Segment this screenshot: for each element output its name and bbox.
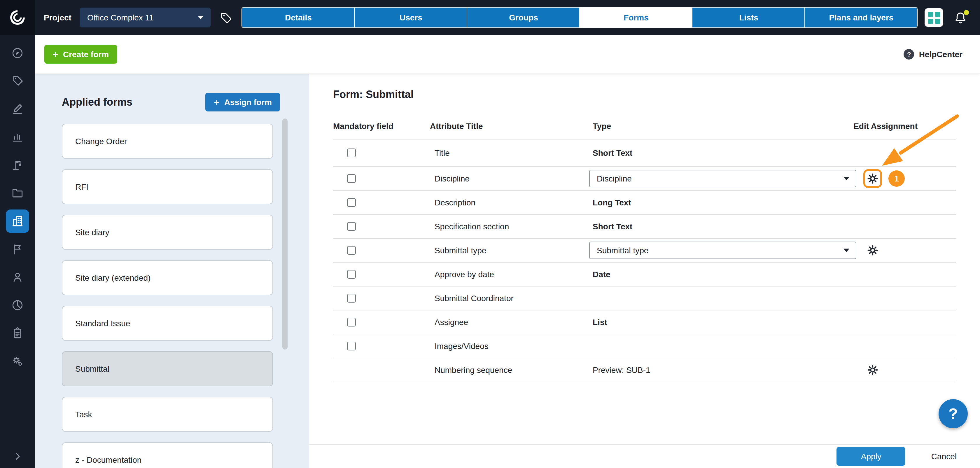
form-card-submittal[interactable]: Submittal <box>62 351 273 386</box>
type-value: Short Text <box>593 148 632 158</box>
header-attribute-title: Attribute Title <box>430 121 483 131</box>
form-title: Form: Submittal <box>333 89 414 101</box>
icon-sidebar <box>0 35 35 468</box>
tab-forms[interactable]: Forms <box>579 8 692 27</box>
tab-plans-and-layers[interactable]: Plans and layers <box>805 8 917 27</box>
sidebar-item-compass[interactable] <box>6 41 29 65</box>
sidebar-item-stats[interactable] <box>6 126 29 149</box>
type-value: Long Text <box>593 198 631 207</box>
form-card-label: Standard Issue <box>75 318 130 328</box>
form-card-rfi[interactable]: RFI <box>62 169 273 204</box>
sidebar-item-tags[interactable] <box>6 70 29 93</box>
help-center-link[interactable]: ? HelpCenter <box>904 49 963 59</box>
form-card-task[interactable]: Task <box>62 397 273 432</box>
assign-form-label: Assign form <box>224 97 272 107</box>
table-row: Approve by dateDate <box>333 263 956 287</box>
mandatory-checkbox[interactable] <box>347 270 356 279</box>
mandatory-checkbox[interactable] <box>347 342 356 350</box>
form-card-site-diary[interactable]: Site diary <box>62 215 273 250</box>
create-form-button[interactable]: + Create form <box>45 45 117 64</box>
scrollbar-thumb[interactable] <box>282 118 288 350</box>
tab-lists[interactable]: Lists <box>692 8 805 27</box>
sidebar-item-crane[interactable] <box>6 153 29 177</box>
mandatory-checkbox[interactable] <box>347 294 356 302</box>
sidebar-item-pie-chart[interactable] <box>6 293 29 317</box>
tab-users[interactable]: Users <box>355 8 467 27</box>
plus-icon: + <box>214 97 220 107</box>
tab-details[interactable]: Details <box>242 8 355 27</box>
tags-icon <box>11 75 24 88</box>
attribute-title: Images/Videos <box>434 341 488 351</box>
help-fab-button[interactable]: ? <box>939 399 968 428</box>
question-mark-icon: ? <box>904 49 915 59</box>
apps-grid-icon <box>928 11 940 24</box>
chevron-right-icon <box>12 451 23 462</box>
assign-form-button[interactable]: + Assign form <box>205 93 280 111</box>
page-toolbar: + Create form ? HelpCenter <box>35 35 980 73</box>
sidebar-item-user[interactable] <box>6 266 29 289</box>
tag-icon[interactable] <box>220 11 232 24</box>
compass-icon <box>11 47 24 59</box>
cancel-button[interactable]: Cancel <box>931 452 957 461</box>
attribute-title: Specification section <box>434 222 509 231</box>
form-card-label: z - Documentation <box>75 455 142 465</box>
table-row: Submittal typeSubmittal type <box>333 239 956 263</box>
mandatory-checkbox[interactable] <box>347 222 356 231</box>
table-row: TitleShort Text <box>333 140 956 167</box>
panel-title: Applied forms <box>62 96 132 108</box>
type-value: List <box>593 317 607 327</box>
stats-icon <box>11 131 24 143</box>
notifications-button[interactable] <box>954 11 967 24</box>
apps-icon[interactable] <box>924 8 943 27</box>
form-detail-pane: Form: Submittal Mandatory field Attribut… <box>309 73 980 468</box>
sidebar-item-flag[interactable] <box>6 237 29 261</box>
mandatory-checkbox[interactable] <box>347 198 356 207</box>
crane-icon <box>11 159 24 172</box>
sidebar-item-clipboard[interactable] <box>6 322 29 345</box>
user-icon <box>11 271 24 283</box>
form-card-standard-issue[interactable]: Standard Issue <box>62 306 273 341</box>
mandatory-checkbox[interactable] <box>347 174 356 183</box>
table-row: Specification sectionShort Text <box>333 215 956 239</box>
sidebar-expand-button[interactable] <box>0 451 35 462</box>
flag-icon <box>11 243 24 256</box>
form-card-site-diary-extended-[interactable]: Site diary (extended) <box>62 260 273 295</box>
table-row: DescriptionLong Text <box>333 191 956 215</box>
project-nav-tabs: DetailsUsersGroupsFormsListsPlans and la… <box>242 7 918 28</box>
attributes-table: Mandatory field Attribute Title Type Edi… <box>333 117 956 382</box>
form-card-z-documentation[interactable]: z - Documentation <box>62 443 273 468</box>
project-selector-value: Office Complex 11 <box>87 13 154 22</box>
applied-forms-panel: Applied forms + Assign form Change Order… <box>35 73 309 468</box>
form-card-change-order[interactable]: Change Order <box>62 124 273 159</box>
apply-button[interactable]: Apply <box>837 447 905 466</box>
type-dropdown[interactable]: Discipline <box>589 170 856 187</box>
table-row: DisciplineDiscipline1 <box>333 167 956 191</box>
project-selector[interactable]: Office Complex 11 <box>80 8 211 27</box>
edit-assignment-gear-icon[interactable] <box>863 169 882 188</box>
attribute-title: Discipline <box>434 174 469 183</box>
app-logo[interactable] <box>0 0 35 35</box>
mandatory-checkbox[interactable] <box>347 318 356 326</box>
tab-groups[interactable]: Groups <box>467 8 579 27</box>
table-header: Mandatory field Attribute Title Type Edi… <box>333 117 956 140</box>
table-row: Numbering sequencePreview: SUB-1 <box>333 358 956 382</box>
mandatory-checkbox[interactable] <box>347 148 356 157</box>
chevron-down-icon <box>198 16 204 19</box>
pie-chart-icon <box>11 299 24 312</box>
edit-assignment-gear-icon[interactable] <box>863 361 882 379</box>
annotation-step-badge: 1 <box>888 170 905 187</box>
form-card-label: Submittal <box>75 364 110 374</box>
help-center-label: HelpCenter <box>919 49 963 59</box>
create-form-label: Create form <box>63 49 109 59</box>
type-dropdown[interactable]: Submittal type <box>589 242 856 259</box>
table-row: AssigneeList <box>333 310 956 334</box>
mandatory-checkbox[interactable] <box>347 246 356 255</box>
sidebar-item-settings[interactable] <box>6 350 29 373</box>
sidebar-item-form-edit[interactable] <box>6 97 29 121</box>
sidebar-item-folder[interactable] <box>6 181 29 205</box>
plus-icon: + <box>52 49 58 59</box>
edit-assignment-gear-icon[interactable] <box>863 241 882 259</box>
type-value: Date <box>593 270 611 279</box>
settings-icon <box>11 355 24 368</box>
sidebar-item-building[interactable] <box>6 210 29 233</box>
